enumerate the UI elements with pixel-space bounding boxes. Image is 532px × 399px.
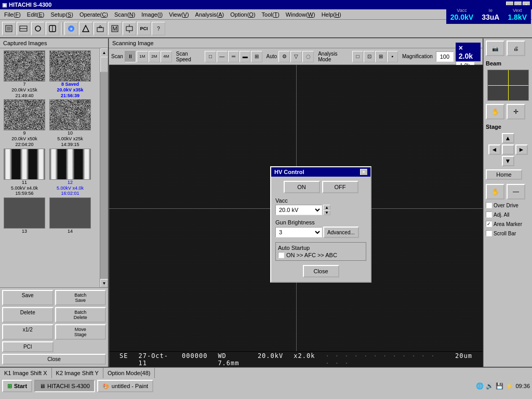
batch-save-button[interactable]: BatchSave <box>55 290 107 305</box>
print-button[interactable]: 🖨 <box>507 41 525 56</box>
gun-brightness-select[interactable]: 3 1 2 4 5 <box>275 227 322 237</box>
image-thumb-13[interactable] <box>4 197 45 229</box>
overdrive-checkbox[interactable] <box>486 202 492 208</box>
stage-left-button[interactable]: ◄ <box>488 144 501 155</box>
image-thumb-14[interactable] <box>49 197 91 229</box>
stage-right-button[interactable]: ► <box>515 144 528 155</box>
analysis-btn-3[interactable]: ⊞ <box>375 51 386 62</box>
menu-tool[interactable]: Tool(T) <box>259 10 283 19</box>
toolbar-btn-8[interactable]: M <box>108 22 122 35</box>
toolbar-btn-1[interactable] <box>2 22 16 35</box>
scroll-bar-checkbox[interactable] <box>486 230 492 236</box>
taskbar-paint[interactable]: 🎨 untitled - Paint <box>97 380 153 392</box>
stage-down-button[interactable]: ▼ <box>502 156 514 166</box>
scroll-thumb[interactable] <box>100 57 108 72</box>
hv-off-button[interactable]: OFF <box>322 181 358 193</box>
delete-button[interactable]: Delete <box>2 307 54 323</box>
image-thumb-9[interactable] <box>4 99 45 130</box>
camera-button[interactable]: 📷 <box>486 41 504 56</box>
hv-on-button[interactable]: ON <box>284 181 320 193</box>
speed-btn-1[interactable]: □ <box>205 51 216 62</box>
list-item[interactable]: 125.00kV x4.0k16:02:01 <box>48 149 92 196</box>
stage-hand-button[interactable]: ✋ <box>486 184 504 200</box>
beam-joystick-button[interactable]: ✛ <box>507 104 525 119</box>
image-thumb-7[interactable] <box>4 50 45 82</box>
analysis-btn-4[interactable]: ▪ <box>387 51 398 62</box>
scan-slow-button[interactable]: 1M <box>137 51 148 62</box>
analysis-btn-2[interactable]: ⊡ <box>364 51 375 62</box>
stage-center-button[interactable] <box>502 144 514 155</box>
scan-fast-button[interactable]: 4M <box>161 51 172 62</box>
menu-analysis[interactable]: Analysis(A) <box>192 10 228 19</box>
analysis-btn-1[interactable]: □ <box>352 51 363 62</box>
menu-image[interactable]: Image(I) <box>138 10 166 19</box>
auto-btn-2[interactable]: ▽ <box>290 51 302 62</box>
scroll-up-button[interactable]: ▲ <box>100 48 108 57</box>
list-item[interactable]: 920.0kV x50k22:04:20 <box>2 99 47 147</box>
toolbar-btn-2[interactable] <box>17 22 30 35</box>
hv-close-button[interactable]: × <box>360 169 367 175</box>
menu-option[interactable]: Option(O) <box>227 10 258 19</box>
toolbar-btn-6[interactable] <box>79 22 92 35</box>
move-stage-button[interactable]: MoveStage <box>55 324 107 340</box>
save-button[interactable]: Save <box>2 290 54 305</box>
speed-btn-2[interactable]: — <box>217 51 228 62</box>
toolbar-btn-3[interactable] <box>31 22 45 35</box>
home-button[interactable]: Home <box>486 169 522 180</box>
speed-btn-3[interactable]: ═ <box>228 51 239 62</box>
auto-startup-checkbox[interactable] <box>278 252 284 258</box>
list-item[interactable]: 115.00kV x4.0k15:59:56 <box>2 149 47 196</box>
magnification-number[interactable]: 100 <box>436 51 454 62</box>
list-item[interactable]: 14 <box>48 197 92 234</box>
pci-button[interactable]: PCI <box>2 341 54 352</box>
scroll-bar[interactable]: ▲ ▼ <box>100 48 108 287</box>
vacc-up-button[interactable]: ▲ <box>323 205 330 210</box>
list-item[interactable]: 720.0kV x15k21:49:40 <box>2 50 47 98</box>
scroll-down-button[interactable]: ▼ <box>100 279 108 287</box>
image-thumb-11[interactable] <box>4 149 45 180</box>
advanced-button[interactable]: Advanced... <box>323 227 359 238</box>
scan-med-button[interactable]: 2M <box>149 51 160 62</box>
toolbar-btn-help[interactable]: ? <box>152 22 165 35</box>
toolbar-btn-pci[interactable]: PCI <box>137 22 151 35</box>
menu-window[interactable]: Window(W) <box>283 10 318 19</box>
menu-edit[interactable]: Edit(E) <box>24 10 48 19</box>
speed-btn-4[interactable]: ▬ <box>240 51 250 62</box>
auto-btn-1[interactable]: ⚙ <box>278 51 290 62</box>
speed-btn-5[interactable]: ⊞ <box>251 51 262 62</box>
menu-help[interactable]: Help(H) <box>318 10 344 19</box>
stage-minus-button[interactable]: — <box>507 184 525 200</box>
list-item[interactable]: 105.00kV x25k14:39:15 <box>48 99 92 147</box>
vacc-select[interactable]: 20.0 kV 15.0 kV 10.0 kV 5.0 kV <box>275 205 322 215</box>
start-button[interactable]: ⊞ Start <box>2 380 32 392</box>
beam-hand-button[interactable]: ✋ <box>486 104 504 119</box>
image-thumb-12[interactable] <box>49 149 91 180</box>
stage-nav-top-row: ▲ <box>502 133 514 143</box>
close-left-button[interactable]: Close <box>2 354 106 365</box>
scan-label: Scan <box>111 54 123 59</box>
auto-btn-3[interactable]: ◌ <box>302 51 314 62</box>
toolbar-btn-7[interactable] <box>94 22 107 35</box>
image-thumb-10[interactable] <box>49 99 91 130</box>
vacc-spinner[interactable]: ▲ ▼ <box>323 205 330 215</box>
area-marker-checkbox[interactable] <box>486 221 492 227</box>
menu-operate[interactable]: Operate(C) <box>76 10 111 19</box>
menu-file[interactable]: File(F) <box>1 10 24 19</box>
vacc-down-button[interactable]: ▼ <box>323 210 330 215</box>
toolbar-btn-9[interactable] <box>123 22 136 35</box>
toolbar-btn-4[interactable] <box>46 22 59 35</box>
taskbar-hitachi[interactable]: 🖥 HITACHI S-4300 <box>34 380 95 392</box>
stage-up-button[interactable]: ▲ <box>502 133 514 143</box>
xhalf-button[interactable]: x1/2 <box>2 324 54 340</box>
toolbar-btn-5[interactable]: ☀ <box>64 22 78 35</box>
list-item[interactable]: 8 Saved20.0kV x35k21:56:39 <box>48 50 92 98</box>
image-thumb-8[interactable] <box>49 50 91 82</box>
menu-scan[interactable]: Scan(N) <box>111 10 138 19</box>
menu-setup[interactable]: Setup(S) <box>47 10 76 19</box>
list-item[interactable]: 13 <box>2 197 47 234</box>
adj-all-checkbox[interactable] <box>486 211 492 218</box>
batch-delete-button[interactable]: BatchDelete <box>55 307 107 323</box>
hv-dialog-close-button[interactable]: Close <box>303 265 339 277</box>
scan-pause-button[interactable]: ⏸ <box>125 51 136 62</box>
menu-view[interactable]: View(V) <box>166 10 192 19</box>
